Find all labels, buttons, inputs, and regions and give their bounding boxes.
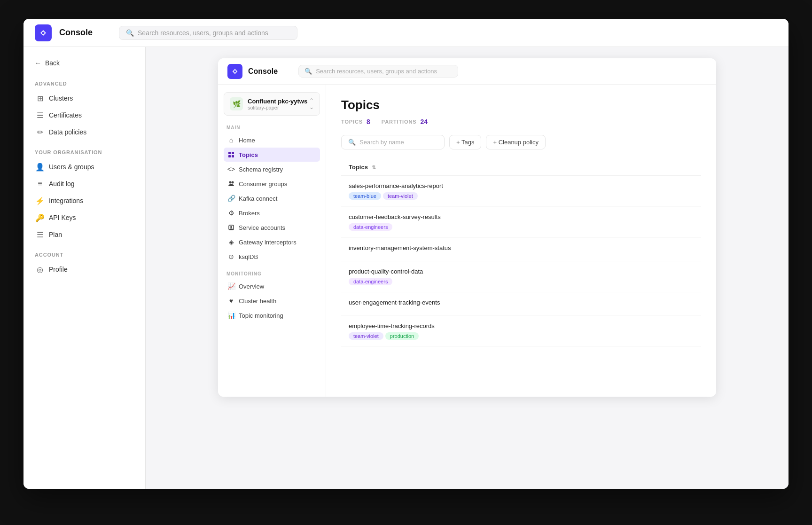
svg-point-9 <box>230 226 232 228</box>
outer-sidebar-advanced-label: ADVANCED <box>31 81 138 86</box>
topics-search-box[interactable]: 🔍 Search by name <box>341 135 445 149</box>
tags-button[interactable]: + Tags <box>449 135 481 149</box>
back-button[interactable]: ← Back <box>31 56 138 70</box>
svg-rect-4 <box>228 155 231 157</box>
table-row[interactable]: employee-time-tracking-recordsteam-viole… <box>341 316 701 347</box>
outer-search-bar[interactable]: 🔍 Search resources, users, groups and ac… <box>119 26 297 40</box>
inner-sidebar-item-gateway-interceptors[interactable]: ◈ Gateway interceptors <box>224 235 320 249</box>
inner-sidebar-item-home-label: Home <box>239 137 255 144</box>
topic-tag: data-engineers <box>349 278 392 285</box>
partitions-count-label: PARTITIONS <box>382 119 417 125</box>
topic-name: inventory-management-system-status <box>349 244 694 251</box>
users-groups-icon: 👤 <box>36 163 44 171</box>
inner-sidebar-item-home[interactable]: ⌂ Home <box>224 133 320 147</box>
audit-log-icon: ≡ <box>36 180 44 188</box>
inner-sidebar-item-topic-monitoring[interactable]: 📊 Topic monitoring <box>224 308 320 322</box>
sidebar-item-audit-log[interactable]: ≡ Audit log <box>31 176 138 192</box>
cleanup-policy-button[interactable]: + Cleanup policy <box>486 135 545 149</box>
sidebar-item-audit-log-label: Audit log <box>49 180 74 188</box>
inner-sidebar-item-topic-monitoring-label: Topic monitoring <box>239 312 283 319</box>
topics-table: Topics ⇅ sales-performance-analytics-rep… <box>341 159 701 347</box>
outer-logo-icon <box>35 24 52 41</box>
integrations-icon: ⚡ <box>36 196 44 205</box>
topics-search-placeholder: Search by name <box>359 139 404 146</box>
inner-sidebar-item-overview[interactable]: 📈 Overview <box>224 279 320 293</box>
sidebar-item-clusters[interactable]: ⊞ Clusters <box>31 90 138 106</box>
svg-rect-5 <box>232 155 234 157</box>
tags-button-label: + Tags <box>456 139 474 146</box>
cluster-info: Confluent pkc-yytws solitary-paper <box>248 98 307 110</box>
outer-layout: ← Back ADVANCED ⊞ Clusters ☰ Certificate… <box>23 47 789 489</box>
topics-col-header[interactable]: Topics ⇅ <box>341 159 701 176</box>
outer-app-title: Console <box>59 28 93 38</box>
svg-point-0 <box>42 31 45 34</box>
cleanup-policy-button-label: + Cleanup policy <box>493 139 538 146</box>
inner-window: Console 🔍 Search resources, users, group… <box>218 58 716 397</box>
topics-icon <box>227 151 235 158</box>
topic-name: employee-time-tracking-records <box>349 322 694 329</box>
ksqldb-icon: ⊙ <box>227 253 235 260</box>
inner-monitoring-section-label: MONITORING <box>224 271 320 276</box>
svg-rect-2 <box>228 152 231 154</box>
sidebar-item-plan[interactable]: ☰ Plan <box>31 227 138 243</box>
sort-icon: ⇅ <box>372 165 376 170</box>
overview-icon: 📈 <box>227 282 235 290</box>
inner-sidebar: 🌿 Confluent pkc-yytws solitary-paper ⌃⌄ … <box>218 85 326 397</box>
sidebar-item-data-policies-label: Data policies <box>49 128 86 136</box>
table-row[interactable]: inventory-management-system-status <box>341 238 701 261</box>
gateway-interceptors-icon: ◈ <box>227 238 235 246</box>
cluster-selector[interactable]: 🌿 Confluent pkc-yytws solitary-paper ⌃⌄ <box>224 92 320 116</box>
topic-name: product-quality-control-data <box>349 268 694 275</box>
inner-sidebar-item-cluster-health-label: Cluster health <box>239 298 276 305</box>
topic-name: sales-performance-analytics-report <box>349 182 694 189</box>
outer-sidebar-account-label: ACCOUNT <box>31 252 138 258</box>
inner-sidebar-item-schema-registry[interactable]: <> Schema registry <box>224 162 320 176</box>
cluster-selector-left: 🌿 Confluent pkc-yytws solitary-paper <box>230 97 307 110</box>
certificates-icon: ☰ <box>36 111 44 119</box>
inner-sidebar-item-brokers[interactable]: ⚙ Brokers <box>224 206 320 220</box>
inner-sidebar-item-kafka-connect[interactable]: 🔗 Kafka connect <box>224 191 320 205</box>
inner-search-icon: 🔍 <box>304 68 312 75</box>
partitions-count-stat: PARTITIONS 24 <box>382 118 428 125</box>
cluster-sub: solitary-paper <box>248 105 307 110</box>
cluster-health-icon: ♥ <box>227 297 235 305</box>
cluster-icon: 🌿 <box>230 97 243 110</box>
main-content-area: Console 🔍 Search resources, users, group… <box>146 47 789 489</box>
sidebar-item-profile[interactable]: ◎ Profile <box>31 261 138 277</box>
sidebar-item-users-groups[interactable]: 👤 Users & groups <box>31 159 138 175</box>
outer-topbar: Console 🔍 Search resources, users, group… <box>23 19 789 47</box>
partitions-count-value: 24 <box>420 118 428 125</box>
topics-col-label: Topics <box>349 164 368 171</box>
topics-count-label: TOPICS <box>341 119 363 125</box>
inner-search-placeholder: Search resources, users, groups and acti… <box>316 68 437 75</box>
inner-sidebar-item-ksqldb-label: ksqlDB <box>239 253 258 260</box>
service-accounts-icon <box>227 224 235 231</box>
sidebar-item-users-groups-label: Users & groups <box>49 163 94 171</box>
table-row[interactable]: customer-feedback-survey-resultsdata-eng… <box>341 207 701 238</box>
sidebar-item-integrations[interactable]: ⚡ Integrations <box>31 193 138 209</box>
topics-count-stat: TOPICS 8 <box>341 118 370 125</box>
inner-search-bar[interactable]: 🔍 Search resources, users, groups and ac… <box>298 65 458 78</box>
topic-tag: data-engineers <box>349 223 392 231</box>
svg-point-7 <box>232 181 234 184</box>
inner-app-title: Console <box>248 67 278 76</box>
table-row[interactable]: user-engagement-tracking-events <box>341 292 701 316</box>
outer-sidebar-advanced-section: ADVANCED ⊞ Clusters ☰ Certificates ✏ Dat… <box>31 81 138 140</box>
api-keys-icon: 🔑 <box>36 213 44 222</box>
topics-count-value: 8 <box>367 118 370 125</box>
table-row[interactable]: sales-performance-analytics-reportteam-b… <box>341 176 701 207</box>
sidebar-item-certificates[interactable]: ☰ Certificates <box>31 107 138 123</box>
inner-sidebar-item-ksqldb[interactable]: ⊙ ksqlDB <box>224 250 320 264</box>
sidebar-item-data-policies[interactable]: ✏ Data policies <box>31 124 138 140</box>
inner-sidebar-item-schema-registry-label: Schema registry <box>239 166 283 173</box>
inner-sidebar-item-service-accounts[interactable]: Service accounts <box>224 220 320 235</box>
inner-sidebar-item-cluster-health[interactable]: ♥ Cluster health <box>224 294 320 308</box>
table-row[interactable]: product-quality-control-datadata-enginee… <box>341 261 701 292</box>
inner-monitoring-section: MONITORING 📈 Overview ♥ Cluster health 📊 <box>224 271 320 322</box>
sidebar-item-profile-label: Profile <box>49 266 68 273</box>
sidebar-item-api-keys[interactable]: 🔑 API Keys <box>31 210 138 226</box>
sidebar-item-clusters-label: Clusters <box>49 94 73 102</box>
inner-sidebar-item-consumer-groups[interactable]: Consumer groups <box>224 177 320 191</box>
svg-rect-3 <box>232 152 234 154</box>
inner-sidebar-item-topics[interactable]: Topics <box>224 148 320 162</box>
